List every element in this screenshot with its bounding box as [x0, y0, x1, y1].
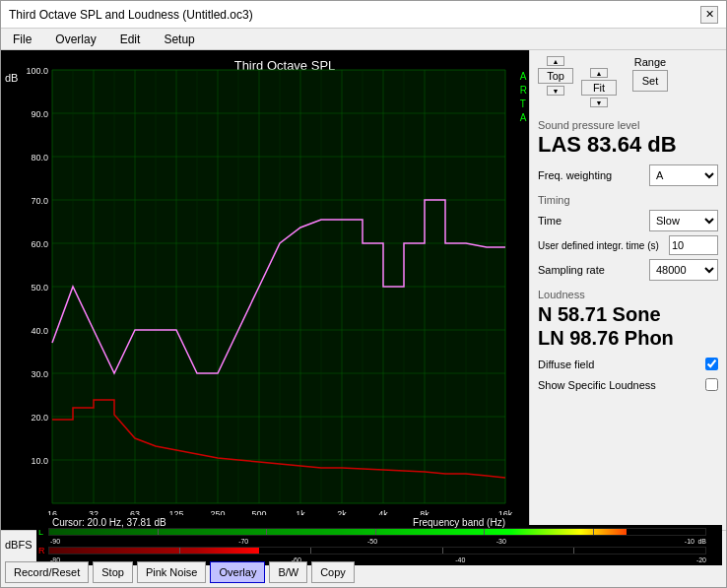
svg-text:20.0: 20.0: [31, 413, 48, 423]
spl-value: LAS 83.64 dB: [538, 133, 718, 157]
menu-bar: File Overlay Edit Setup: [1, 29, 726, 50]
user-integr-label: User defined integr. time (s): [538, 240, 669, 251]
overlay-btn[interactable]: Overlay: [210, 561, 265, 583]
loudness-label: Loudness: [538, 289, 718, 300]
spl-section-label: Sound pressure level: [538, 119, 718, 131]
sampling-rate-select[interactable]: 44100 48000 96000: [649, 259, 718, 281]
svg-text:4k: 4k: [378, 509, 388, 515]
bottom-bar: dBFS L: [1, 530, 726, 587]
spl-section: Sound pressure level LAS 83.64 dB: [538, 119, 718, 157]
svg-text:90.0: 90.0: [31, 109, 48, 119]
record-reset-btn[interactable]: Record/Reset: [5, 561, 89, 583]
svg-text:8k: 8k: [420, 509, 430, 515]
loudness-n-value: N 58.71 Sone: [538, 302, 718, 326]
show-specific-checkbox[interactable]: [705, 378, 718, 391]
user-integr-row: User defined integr. time (s): [538, 235, 718, 255]
dbfs-label: dBFS: [5, 539, 33, 551]
bottom-buttons-row: Record/Reset Stop Pink Noise Overlay B/W…: [1, 558, 726, 586]
show-specific-row: Show Specific Loudness: [538, 378, 718, 391]
loudness-section: Loudness N 58.71 Sone LN 98.76 Phon: [538, 289, 718, 350]
fit-down-btn[interactable]: ▼: [590, 98, 608, 107]
menu-overlay[interactable]: Overlay: [51, 32, 99, 47]
cursor-info: Cursor: 20.0 Hz, 37.81 dB: [52, 517, 166, 528]
diffuse-field-label: Diffuse field: [538, 359, 701, 370]
time-label: Time: [538, 215, 649, 227]
stop-btn[interactable]: Stop: [93, 561, 133, 583]
menu-file[interactable]: File: [9, 32, 35, 47]
svg-text:16k: 16k: [498, 509, 513, 515]
user-integr-input[interactable]: [669, 235, 718, 255]
time-select[interactable]: Slow Fast Impulse: [649, 210, 718, 231]
svg-text:63: 63: [130, 509, 140, 515]
pink-noise-btn[interactable]: Pink Noise: [137, 561, 207, 583]
menu-setup[interactable]: Setup: [160, 32, 198, 47]
main-window: Third Octave SPL and Loudness (Untitled.…: [0, 0, 727, 588]
r-meter-row: R: [38, 546, 720, 555]
sampling-rate-row: Sampling rate 44100 48000 96000: [538, 259, 718, 281]
svg-text:10.0: 10.0: [31, 456, 48, 466]
timing-label: Timing: [538, 194, 718, 206]
svg-text:50.0: 50.0: [31, 283, 48, 293]
set-btn[interactable]: Set: [632, 70, 668, 92]
svg-text:250: 250: [210, 509, 225, 515]
svg-text:2k: 2k: [337, 509, 347, 515]
top-down-btn[interactable]: ▼: [547, 86, 564, 96]
freq-weighting-select[interactable]: A B C Z: [649, 164, 718, 186]
svg-text:32: 32: [89, 509, 99, 515]
main-content: Third Octave SPL A R T A dB: [1, 50, 726, 530]
diffuse-field-checkbox[interactable]: [705, 358, 718, 370]
svg-text:70.0: 70.0: [31, 196, 48, 206]
r-label: R: [38, 546, 46, 555]
top-up-btn[interactable]: ▲: [547, 56, 564, 66]
r-meter-fill: [49, 548, 259, 554]
l-meter-row: L: [38, 527, 720, 537]
loudness-ln-value: LN 98.76 Phon: [538, 326, 718, 350]
svg-text:80.0: 80.0: [31, 153, 48, 163]
freq-weighting-row: Freq. weighting A B C Z: [538, 164, 718, 186]
right-panel: ▲ Top ▼ ▲ Fit ▼ Range Set Sound pressure…: [529, 50, 726, 530]
diffuse-field-row: Diffuse field: [538, 358, 718, 370]
svg-text:500: 500: [251, 509, 266, 515]
svg-text:30.0: 30.0: [31, 369, 48, 379]
bw-btn[interactable]: B/W: [269, 561, 307, 583]
menu-edit[interactable]: Edit: [116, 32, 145, 47]
copy-btn[interactable]: Copy: [311, 561, 355, 583]
r-meter-bar-container: [48, 547, 706, 555]
svg-text:125: 125: [168, 509, 183, 515]
svg-text:60.0: 60.0: [31, 239, 48, 249]
svg-text:1k: 1k: [296, 509, 305, 515]
show-specific-label: Show Specific Loudness: [538, 379, 701, 391]
l-meter-fill: [49, 529, 627, 535]
sampling-rate-label: Sampling rate: [538, 264, 649, 276]
window-title: Third Octave SPL and Loudness (Untitled.…: [9, 8, 253, 22]
level-meter-row: dBFS L: [1, 531, 726, 558]
l-tick-labels: -90 -70 -50 -30 -10 dB: [50, 538, 706, 545]
freq-weighting-label: Freq. weighting: [538, 169, 612, 181]
l-meter-bar-container: [48, 528, 706, 536]
close-button[interactable]: ✕: [700, 6, 718, 24]
timing-section: Timing Time Slow Fast Impulse User defin…: [538, 194, 718, 281]
top-controls: ▲ Top ▼ ▲ Fit ▼ Range Set: [538, 56, 718, 107]
title-bar: Third Octave SPL and Loudness (Untitled.…: [1, 1, 726, 29]
svg-text:40.0: 40.0: [31, 326, 48, 336]
svg-text:100.0: 100.0: [26, 66, 48, 76]
chart-container: Third Octave SPL A R T A dB: [1, 50, 529, 530]
chart-svg: 100.0 90.0 80.0 70.0 60.0 50.0 40.0 30.0…: [1, 50, 529, 515]
time-row: Time Slow Fast Impulse: [538, 210, 718, 231]
fit-up-btn[interactable]: ▲: [590, 68, 608, 78]
fit-label[interactable]: Fit: [581, 80, 617, 96]
freq-band-label: Frequency band (Hz): [413, 517, 505, 528]
range-label: Range: [634, 56, 666, 68]
top-label[interactable]: Top: [538, 68, 573, 84]
svg-text:16: 16: [47, 509, 57, 515]
